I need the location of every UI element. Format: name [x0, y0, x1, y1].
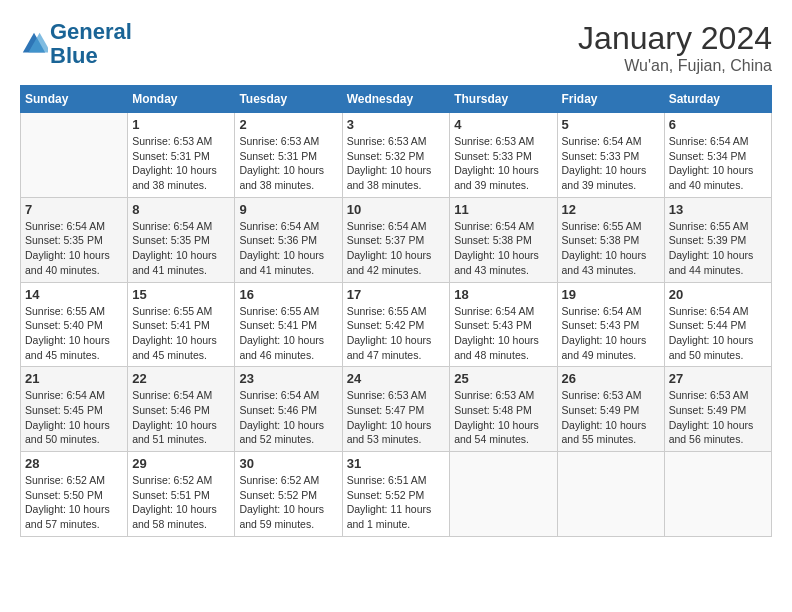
day-info: Sunrise: 6:55 AM Sunset: 5:39 PM Dayligh…: [669, 219, 767, 278]
day-info: Sunrise: 6:54 AM Sunset: 5:44 PM Dayligh…: [669, 304, 767, 363]
calendar-cell: 31Sunrise: 6:51 AM Sunset: 5:52 PM Dayli…: [342, 452, 450, 537]
calendar-week-2: 7Sunrise: 6:54 AM Sunset: 5:35 PM Daylig…: [21, 197, 772, 282]
day-info: Sunrise: 6:54 AM Sunset: 5:46 PM Dayligh…: [132, 388, 230, 447]
calendar-cell: 6Sunrise: 6:54 AM Sunset: 5:34 PM Daylig…: [664, 113, 771, 198]
day-info: Sunrise: 6:53 AM Sunset: 5:31 PM Dayligh…: [132, 134, 230, 193]
day-number: 17: [347, 287, 446, 302]
day-info: Sunrise: 6:53 AM Sunset: 5:33 PM Dayligh…: [454, 134, 552, 193]
calendar-table: SundayMondayTuesdayWednesdayThursdayFrid…: [20, 85, 772, 537]
day-number: 9: [239, 202, 337, 217]
calendar-cell: 30Sunrise: 6:52 AM Sunset: 5:52 PM Dayli…: [235, 452, 342, 537]
calendar-cell: [21, 113, 128, 198]
day-info: Sunrise: 6:54 AM Sunset: 5:38 PM Dayligh…: [454, 219, 552, 278]
day-number: 22: [132, 371, 230, 386]
calendar-cell: 14Sunrise: 6:55 AM Sunset: 5:40 PM Dayli…: [21, 282, 128, 367]
day-info: Sunrise: 6:53 AM Sunset: 5:32 PM Dayligh…: [347, 134, 446, 193]
logo-icon: [20, 30, 48, 58]
calendar-cell: 16Sunrise: 6:55 AM Sunset: 5:41 PM Dayli…: [235, 282, 342, 367]
day-number: 26: [562, 371, 660, 386]
calendar-cell: 18Sunrise: 6:54 AM Sunset: 5:43 PM Dayli…: [450, 282, 557, 367]
calendar-cell: 7Sunrise: 6:54 AM Sunset: 5:35 PM Daylig…: [21, 197, 128, 282]
day-number: 7: [25, 202, 123, 217]
calendar-cell: 23Sunrise: 6:54 AM Sunset: 5:46 PM Dayli…: [235, 367, 342, 452]
day-info: Sunrise: 6:52 AM Sunset: 5:50 PM Dayligh…: [25, 473, 123, 532]
calendar-week-3: 14Sunrise: 6:55 AM Sunset: 5:40 PM Dayli…: [21, 282, 772, 367]
calendar-cell: 13Sunrise: 6:55 AM Sunset: 5:39 PM Dayli…: [664, 197, 771, 282]
day-info: Sunrise: 6:54 AM Sunset: 5:45 PM Dayligh…: [25, 388, 123, 447]
day-number: 11: [454, 202, 552, 217]
day-info: Sunrise: 6:54 AM Sunset: 5:34 PM Dayligh…: [669, 134, 767, 193]
calendar-cell: 21Sunrise: 6:54 AM Sunset: 5:45 PM Dayli…: [21, 367, 128, 452]
calendar-week-5: 28Sunrise: 6:52 AM Sunset: 5:50 PM Dayli…: [21, 452, 772, 537]
day-info: Sunrise: 6:54 AM Sunset: 5:36 PM Dayligh…: [239, 219, 337, 278]
logo: General Blue: [20, 20, 132, 68]
day-number: 24: [347, 371, 446, 386]
day-number: 16: [239, 287, 337, 302]
calendar-cell: 9Sunrise: 6:54 AM Sunset: 5:36 PM Daylig…: [235, 197, 342, 282]
calendar-cell: 19Sunrise: 6:54 AM Sunset: 5:43 PM Dayli…: [557, 282, 664, 367]
logo-text: General Blue: [50, 20, 132, 68]
day-number: 6: [669, 117, 767, 132]
day-number: 3: [347, 117, 446, 132]
col-header-tuesday: Tuesday: [235, 86, 342, 113]
calendar-cell: 24Sunrise: 6:53 AM Sunset: 5:47 PM Dayli…: [342, 367, 450, 452]
day-info: Sunrise: 6:54 AM Sunset: 5:43 PM Dayligh…: [562, 304, 660, 363]
day-number: 23: [239, 371, 337, 386]
calendar-cell: [664, 452, 771, 537]
calendar-cell: [450, 452, 557, 537]
day-info: Sunrise: 6:55 AM Sunset: 5:40 PM Dayligh…: [25, 304, 123, 363]
day-number: 4: [454, 117, 552, 132]
day-number: 30: [239, 456, 337, 471]
day-number: 25: [454, 371, 552, 386]
day-number: 2: [239, 117, 337, 132]
calendar-cell: 22Sunrise: 6:54 AM Sunset: 5:46 PM Dayli…: [128, 367, 235, 452]
day-number: 31: [347, 456, 446, 471]
day-number: 14: [25, 287, 123, 302]
day-number: 8: [132, 202, 230, 217]
day-info: Sunrise: 6:53 AM Sunset: 5:49 PM Dayligh…: [669, 388, 767, 447]
calendar-cell: 26Sunrise: 6:53 AM Sunset: 5:49 PM Dayli…: [557, 367, 664, 452]
day-number: 19: [562, 287, 660, 302]
calendar-week-1: 1Sunrise: 6:53 AM Sunset: 5:31 PM Daylig…: [21, 113, 772, 198]
col-header-monday: Monday: [128, 86, 235, 113]
calendar-cell: 11Sunrise: 6:54 AM Sunset: 5:38 PM Dayli…: [450, 197, 557, 282]
day-number: 29: [132, 456, 230, 471]
day-info: Sunrise: 6:54 AM Sunset: 5:35 PM Dayligh…: [25, 219, 123, 278]
day-info: Sunrise: 6:55 AM Sunset: 5:42 PM Dayligh…: [347, 304, 446, 363]
day-info: Sunrise: 6:53 AM Sunset: 5:48 PM Dayligh…: [454, 388, 552, 447]
calendar-cell: 3Sunrise: 6:53 AM Sunset: 5:32 PM Daylig…: [342, 113, 450, 198]
day-info: Sunrise: 6:51 AM Sunset: 5:52 PM Dayligh…: [347, 473, 446, 532]
day-info: Sunrise: 6:54 AM Sunset: 5:35 PM Dayligh…: [132, 219, 230, 278]
calendar-cell: 12Sunrise: 6:55 AM Sunset: 5:38 PM Dayli…: [557, 197, 664, 282]
calendar-cell: 27Sunrise: 6:53 AM Sunset: 5:49 PM Dayli…: [664, 367, 771, 452]
day-number: 10: [347, 202, 446, 217]
calendar-cell: 28Sunrise: 6:52 AM Sunset: 5:50 PM Dayli…: [21, 452, 128, 537]
calendar-cell: 25Sunrise: 6:53 AM Sunset: 5:48 PM Dayli…: [450, 367, 557, 452]
calendar-cell: 8Sunrise: 6:54 AM Sunset: 5:35 PM Daylig…: [128, 197, 235, 282]
day-number: 20: [669, 287, 767, 302]
calendar-cell: 29Sunrise: 6:52 AM Sunset: 5:51 PM Dayli…: [128, 452, 235, 537]
day-number: 13: [669, 202, 767, 217]
location-subtitle: Wu'an, Fujian, China: [578, 57, 772, 75]
calendar-cell: 20Sunrise: 6:54 AM Sunset: 5:44 PM Dayli…: [664, 282, 771, 367]
calendar-cell: 1Sunrise: 6:53 AM Sunset: 5:31 PM Daylig…: [128, 113, 235, 198]
day-info: Sunrise: 6:52 AM Sunset: 5:52 PM Dayligh…: [239, 473, 337, 532]
col-header-wednesday: Wednesday: [342, 86, 450, 113]
day-number: 21: [25, 371, 123, 386]
day-number: 18: [454, 287, 552, 302]
page-header: General Blue January 2024 Wu'an, Fujian,…: [20, 20, 772, 75]
col-header-friday: Friday: [557, 86, 664, 113]
day-info: Sunrise: 6:55 AM Sunset: 5:41 PM Dayligh…: [132, 304, 230, 363]
calendar-cell: 10Sunrise: 6:54 AM Sunset: 5:37 PM Dayli…: [342, 197, 450, 282]
day-info: Sunrise: 6:55 AM Sunset: 5:41 PM Dayligh…: [239, 304, 337, 363]
calendar-week-4: 21Sunrise: 6:54 AM Sunset: 5:45 PM Dayli…: [21, 367, 772, 452]
title-block: January 2024 Wu'an, Fujian, China: [578, 20, 772, 75]
day-info: Sunrise: 6:54 AM Sunset: 5:33 PM Dayligh…: [562, 134, 660, 193]
day-info: Sunrise: 6:53 AM Sunset: 5:31 PM Dayligh…: [239, 134, 337, 193]
col-header-sunday: Sunday: [21, 86, 128, 113]
day-info: Sunrise: 6:52 AM Sunset: 5:51 PM Dayligh…: [132, 473, 230, 532]
calendar-cell: [557, 452, 664, 537]
day-number: 1: [132, 117, 230, 132]
col-header-thursday: Thursday: [450, 86, 557, 113]
day-info: Sunrise: 6:54 AM Sunset: 5:46 PM Dayligh…: [239, 388, 337, 447]
